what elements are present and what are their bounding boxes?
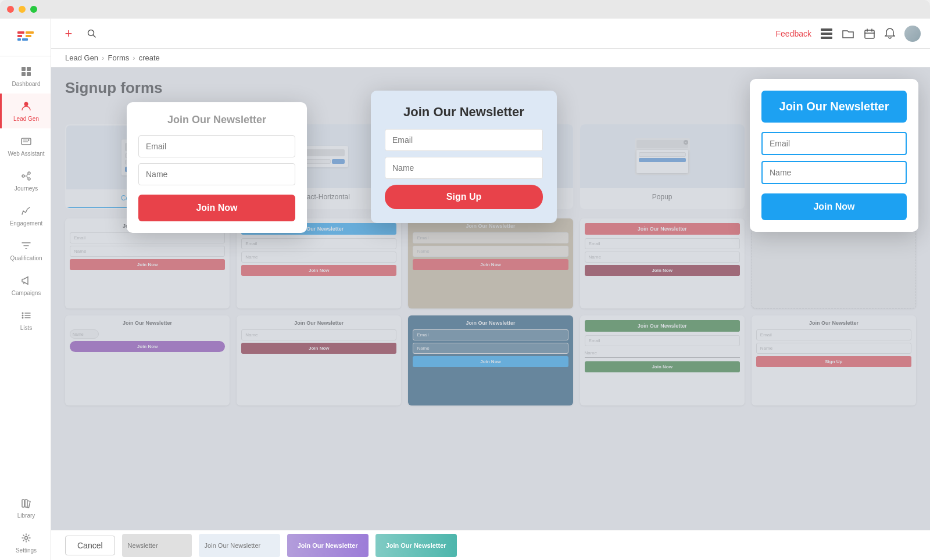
close-button[interactable] [7,6,14,13]
svg-rect-9 [27,72,31,76]
breadcrumb-bar: Lead Gen › Forms › create [51,49,930,67]
add-button[interactable]: + [60,26,77,42]
journey-icon [19,169,33,183]
maximize-button[interactable] [30,6,37,13]
modal-center: Join Our Newsletter Sign Up [371,91,557,223]
bottom-preview-1[interactable]: Newsletter [122,534,192,557]
bottom-preview-3-label: Join Our Newsletter [298,542,358,549]
sidebar-label-qualification: Qualification [10,255,42,262]
svg-point-10 [24,102,28,106]
breadcrumb-sep-2: › [133,53,135,62]
engagement-icon [19,204,33,218]
window-chrome [0,0,930,19]
sidebar-label-settings: Settings [16,547,37,554]
calendar-icon[interactable] [864,28,875,40]
svg-rect-25 [821,37,832,39]
svg-point-16 [22,313,24,314]
feedback-link[interactable]: Feedback [776,29,811,38]
svg-rect-2 [26,31,34,34]
modal-right: Join Our Newsletter Join Now [750,79,918,232]
modal-left-email-input[interactable] [138,135,295,157]
megaphone-icon [19,274,33,288]
avatar[interactable] [904,26,921,42]
modal-right-name-input[interactable] [761,161,907,184]
modal-right-join-btn[interactable]: Join Now [761,193,907,220]
bottom-preview-3[interactable]: Join Our Newsletter [287,534,369,557]
folder-icon[interactable] [842,28,854,39]
top-bar: + Feedback [51,19,930,49]
filter-icon [19,239,33,253]
svg-rect-7 [27,67,31,71]
svg-rect-0 [17,31,24,34]
svg-rect-24 [821,33,832,35]
bottom-preview-4-label: Join Our Newsletter [386,542,446,549]
svg-rect-1 [17,35,22,37]
sidebar-item-lists[interactable]: Lists [0,303,51,338]
sidebar-item-settings[interactable]: Settings [0,525,51,560]
bottom-bar: Cancel Newsletter Join Our Newsletter Jo… [51,530,930,560]
sidebar-item-campaigns[interactable]: Campaigns [0,268,51,303]
sidebar-item-engagement[interactable]: Engagement [0,198,51,233]
svg-point-15 [28,178,30,180]
bottom-preview-4[interactable]: Join Our Newsletter [375,534,457,557]
svg-rect-5 [22,38,28,41]
svg-rect-8 [22,72,26,76]
modal-right-header: Join Our Newsletter [761,91,907,123]
breadcrumb-sep-1: › [102,53,104,62]
breadcrumb-forms[interactable]: Forms [108,53,129,62]
sidebar-label-library: Library [17,512,35,519]
svg-point-12 [28,139,30,141]
bottom-preview-1-label: Newsletter [128,542,158,549]
search-button[interactable] [84,26,100,42]
sidebar-item-leadgen[interactable]: Lead Gen [0,94,51,128]
cancel-button[interactable]: Cancel [65,536,115,555]
list-view-icon[interactable] [821,28,832,39]
svg-rect-23 [821,28,832,31]
modal-center-email-input[interactable] [385,129,543,151]
bell-icon[interactable] [885,28,895,40]
assistant-icon [19,134,33,148]
sidebar-item-library[interactable]: Library [0,490,51,525]
list-icon [19,308,33,322]
modal-right-email-input[interactable] [761,132,907,155]
svg-rect-3 [26,35,31,37]
svg-rect-20 [25,500,27,507]
svg-rect-19 [22,500,24,507]
sidebar-label-engagement: Engagement [10,220,43,227]
svg-point-18 [22,317,24,319]
svg-point-14 [28,172,30,174]
svg-rect-26 [865,30,874,38]
minimize-button[interactable] [19,6,26,13]
sidebar-label-campaigns: Campaigns [12,290,41,297]
modal-center-name-input[interactable] [385,157,543,179]
sidebar-label-leadgen: Lead Gen [13,116,39,123]
svg-rect-6 [22,67,26,71]
modal-left-name-input[interactable] [138,163,295,185]
sidebar: Dashboard Lead Gen Web Assistant [0,19,51,560]
modal-left-join-btn[interactable]: Join Now [138,195,295,221]
breadcrumb-create: create [139,53,160,62]
logo[interactable] [0,19,51,56]
modal-left: Join Our Newsletter Join Now [127,102,307,233]
sidebar-label-journeys: Journeys [15,185,38,192]
person-icon [19,99,33,113]
sidebar-item-webassistant[interactable]: Web Assistant [0,128,51,163]
bottom-preview-2-label: Join Our Newsletter [205,542,261,549]
sidebar-label-dashboard: Dashboard [12,81,41,88]
modal-left-title: Join Our Newsletter [138,114,295,126]
main-content: + Feedback [51,19,930,560]
svg-point-17 [22,315,24,317]
sidebar-item-dashboard[interactable]: Dashboard [0,59,51,94]
svg-point-21 [25,537,28,540]
sidebar-item-qualification[interactable]: Qualification [0,233,51,268]
modal-center-signup-btn[interactable]: Sign Up [385,185,543,209]
settings-icon [19,531,33,545]
sidebar-label-lists: Lists [20,325,33,332]
bottom-preview-2[interactable]: Join Our Newsletter [199,534,280,557]
breadcrumb-leadgen[interactable]: Lead Gen [65,53,98,62]
modal-center-title: Join Our Newsletter [385,105,543,120]
library-icon [19,496,33,510]
grid-icon [19,64,33,78]
sidebar-item-journeys[interactable]: Journeys [0,163,51,198]
page-content: Signup forms Embedded Forms Popup Forms [51,67,930,530]
